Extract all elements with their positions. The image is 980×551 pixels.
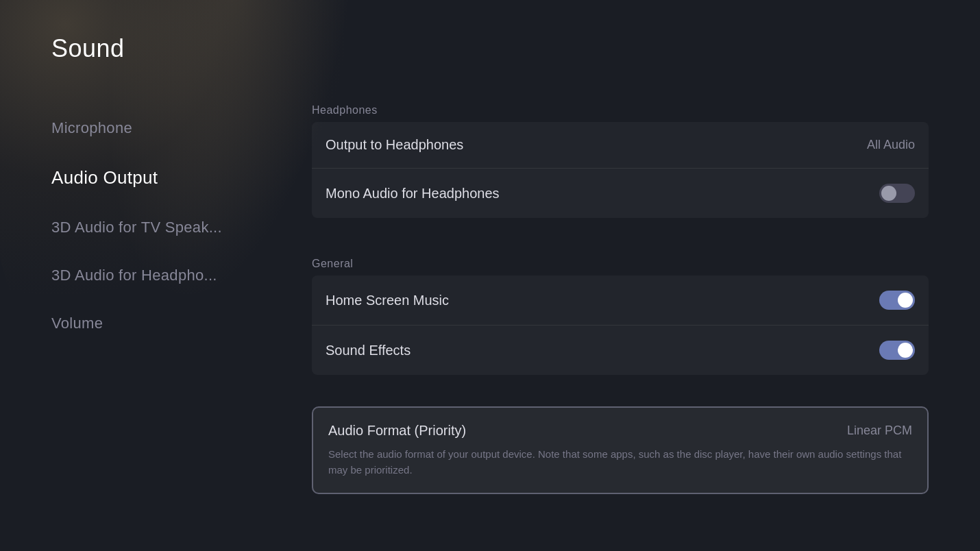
sidebar: Microphone Audio Output 3D Audio for TV … — [51, 104, 312, 517]
sidebar-item-microphone[interactable]: Microphone — [51, 104, 312, 152]
output-to-headphones-label: Output to Headphones — [326, 137, 463, 153]
page-container: Sound Microphone Audio Output 3D Audio f… — [0, 0, 980, 551]
sidebar-item-audio-output[interactable]: Audio Output — [51, 152, 312, 204]
mono-audio-toggle[interactable] — [879, 184, 915, 203]
home-screen-music-row[interactable]: Home Screen Music — [312, 276, 929, 326]
sidebar-item-3d-tv[interactable]: 3D Audio for TV Speak... — [51, 204, 312, 252]
home-screen-music-label: Home Screen Music — [326, 293, 449, 308]
headphones-section-label: Headphones — [312, 104, 929, 117]
sound-effects-row[interactable]: Sound Effects — [312, 326, 929, 375]
audio-format-box[interactable]: Audio Format (Priority) Linear PCM Selec… — [312, 406, 929, 494]
home-screen-music-toggle[interactable] — [879, 291, 915, 310]
general-settings-group: Home Screen Music Sound Effects — [312, 276, 929, 375]
audio-format-header: Audio Format (Priority) Linear PCM — [328, 423, 912, 439]
home-screen-music-toggle-knob — [898, 293, 913, 308]
audio-format-title: Audio Format (Priority) — [328, 423, 466, 439]
sidebar-item-3d-headphones[interactable]: 3D Audio for Headpho... — [51, 252, 312, 299]
main-content: Headphones Output to Headphones All Audi… — [312, 104, 929, 517]
audio-format-description: Select the audio format of your output d… — [328, 447, 912, 478]
general-section: General Home Screen Music Sound Effects — [312, 258, 929, 395]
general-section-label: General — [312, 258, 929, 270]
mono-audio-toggle-knob — [881, 186, 896, 201]
mono-audio-row[interactable]: Mono Audio for Headphones — [312, 169, 929, 218]
content-area: Microphone Audio Output 3D Audio for TV … — [51, 104, 929, 517]
output-to-headphones-row[interactable]: Output to Headphones All Audio — [312, 122, 929, 169]
sound-effects-toggle-knob — [898, 343, 913, 358]
sound-effects-toggle[interactable] — [879, 341, 915, 360]
audio-format-value: Linear PCM — [847, 424, 912, 438]
sidebar-item-volume[interactable]: Volume — [51, 299, 312, 347]
headphones-settings-group: Output to Headphones All Audio Mono Audi… — [312, 122, 929, 218]
page-title: Sound — [51, 34, 929, 63]
sound-effects-label: Sound Effects — [326, 343, 411, 358]
mono-audio-label: Mono Audio for Headphones — [326, 186, 500, 201]
output-to-headphones-value: All Audio — [867, 138, 915, 152]
headphones-section: Headphones Output to Headphones All Audi… — [312, 104, 929, 238]
